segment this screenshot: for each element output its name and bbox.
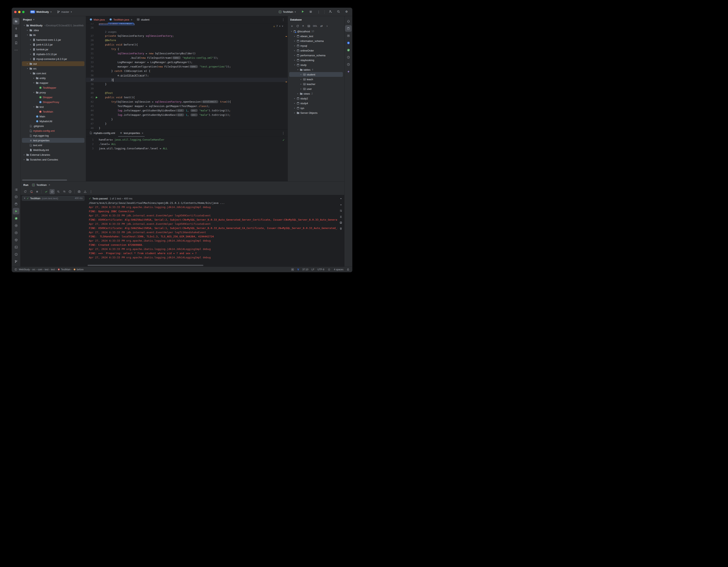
tree-item-mapper[interactable]: ▾mapper xyxy=(22,80,84,85)
chevron-right-icon[interactable]: ▸ xyxy=(293,102,296,104)
tree-item-testmapper[interactable]: ITestMapper xyxy=(22,85,84,90)
chevron-right-icon[interactable]: ▸ xyxy=(29,58,32,60)
code-line-47[interactable]: 47 } xyxy=(86,122,288,126)
chevron-right-icon[interactable]: ▸ xyxy=(293,40,296,42)
editor-tab-testmain-java[interactable]: CTestMain.java× xyxy=(107,16,135,23)
run-button[interactable] xyxy=(300,9,306,15)
tree-item-mysql-connector-j-8-2-0-jar[interactable]: ▸mysql-connector-j-8.2.0.jar xyxy=(22,56,84,61)
code-line-40[interactable]: 40 @Test xyxy=(86,91,288,95)
chevron-right-icon[interactable]: ▸ xyxy=(293,49,296,51)
chevron-down-icon[interactable]: ▾ xyxy=(32,82,35,84)
clear-all-button[interactable] xyxy=(338,226,343,231)
branch-widget[interactable]: master ▼ xyxy=(55,10,74,14)
tree-item-study2[interactable]: ▸study2 xyxy=(289,96,343,101)
chevron-right-icon[interactable]: ▸ xyxy=(300,88,303,90)
run-config-widget[interactable]: TestMain ▼ xyxy=(277,10,298,14)
chevron-right-icon[interactable]: ▸ xyxy=(29,48,32,50)
code-line-41[interactable]: 41 public void test(){ xyxy=(86,95,288,100)
chevron-down-icon[interactable]: ▾ xyxy=(26,67,29,69)
code-line-33[interactable]: 33 LogManager manager = LogManager.getLo… xyxy=(86,60,288,64)
soft-wrap-button[interactable] xyxy=(338,208,343,213)
tree-item-mysql[interactable]: ▸mysql xyxy=(289,43,343,48)
tree-item-entity[interactable]: ▸entity xyxy=(22,76,84,80)
run-tool-button[interactable] xyxy=(13,208,19,214)
tree-item-external-libraries[interactable]: ▸External Libraries xyxy=(22,152,84,157)
editor-tab-main-java[interactable]: CMain.java xyxy=(87,16,107,23)
tree-item-proxy[interactable]: ▾proxy xyxy=(22,90,84,95)
coverage-tool-button[interactable] xyxy=(13,222,19,229)
chevron-down-icon[interactable]: ▾ xyxy=(29,72,32,74)
sort-by-duration-button[interactable] xyxy=(67,189,73,194)
code-line-28[interactable]: 28 @Before xyxy=(86,38,288,43)
chevron-down-icon[interactable]: ▾ xyxy=(26,34,29,36)
notifications-button[interactable] xyxy=(345,18,352,25)
breadcrumb-item-before[interactable]: mbefore xyxy=(73,268,84,271)
more-actions-button[interactable]: ⋮ xyxy=(316,9,322,15)
next-warning-icon[interactable]: ∨ xyxy=(282,25,283,27)
tree-item-information-schema[interactable]: ▸information_schema xyxy=(289,39,343,43)
code-inlay-line[interactable]: 2 usages xyxy=(86,30,288,34)
file-encoding[interactable]: UTF-8 xyxy=(318,268,324,271)
notifications-icon[interactable] xyxy=(328,268,330,271)
more-tool-windows-button[interactable]: ⋯ xyxy=(13,47,19,53)
tree-item-gitignore[interactable]: .gitignore xyxy=(22,124,84,128)
code-editor[interactable]: 25public class TestMain {26 2 usages27 p… xyxy=(86,23,288,129)
run-tool-label[interactable]: Run xyxy=(23,183,28,186)
expand-all-button[interactable] xyxy=(55,189,61,194)
tree-item-mybatisutil[interactable]: CMybatisUtil xyxy=(22,119,84,124)
version-control-tool-button[interactable] xyxy=(13,258,19,265)
import-test-results-button[interactable] xyxy=(82,189,88,194)
inspections-widget[interactable]: ⚠ 7 ∧ ∨ xyxy=(273,25,283,28)
editor-tab-options-icon[interactable]: ⋮ xyxy=(280,18,286,22)
rerun-failed-tests-button[interactable] xyxy=(29,189,34,194)
breadcrumb-item-test[interactable]: test xyxy=(45,268,48,271)
line-separator[interactable]: LF xyxy=(312,268,314,271)
ai-actions-button[interactable] xyxy=(345,68,352,75)
tree-item-hamcrest-core-1-1-jar[interactable]: ▸hamcrest-core-1.1.jar xyxy=(22,37,84,42)
tree-item-user[interactable]: ▸user xyxy=(289,86,343,91)
code-line-39[interactable]: 39 xyxy=(86,86,288,91)
collapse-all-button[interactable] xyxy=(61,189,67,194)
ai-assistant-button[interactable] xyxy=(345,40,352,46)
chevron-right-icon[interactable]: ▸ xyxy=(293,35,296,37)
code-line-27[interactable]: 27 private SqlSessionFactory sqlSessionF… xyxy=(86,34,288,38)
tree-item-sys[interactable]: ▸sys xyxy=(289,106,343,110)
tree-item-mybatis-config-xml[interactable]: </>mybatis-config.xml xyxy=(22,128,84,133)
code-line-2[interactable]: 2.level= ALL xyxy=(86,142,288,146)
bottom-editor-tab-mybatis-config-xml[interactable]: </>mybatis-config.xml xyxy=(87,129,117,137)
tree-item-teacher[interactable]: ▸teacher xyxy=(289,82,343,86)
code-line-30[interactable]: 30 try { xyxy=(86,47,288,51)
prev-warning-icon[interactable]: ∧ xyxy=(279,25,281,27)
code-line-46[interactable]: 46 } xyxy=(86,117,288,122)
breadcrumb-item-test[interactable]: test xyxy=(51,268,55,271)
tree-item-test-properties[interactable]: ⚙test.properties xyxy=(22,138,84,143)
caret-position[interactable]: 37:10 xyxy=(302,268,308,271)
tree-item-study4[interactable]: ▸study4 xyxy=(289,101,343,106)
chevron-right-icon[interactable]: ▸ xyxy=(26,29,29,31)
show-ignored-button[interactable] xyxy=(49,189,55,194)
tree-item-views[interactable]: ▸views2 xyxy=(289,91,343,96)
disconnect-button[interactable]: × xyxy=(301,23,306,29)
close-tab-icon[interactable]: × xyxy=(48,183,50,186)
tree-item-src[interactable]: ▾src xyxy=(22,66,84,71)
chevron-right-icon[interactable]: ▸ xyxy=(296,93,299,95)
plugin-status-icon[interactable] xyxy=(291,268,294,271)
tree-item-junit-4-13-2-jar[interactable]: ▸junit-4.13.2.jar xyxy=(22,42,84,47)
compare-button[interactable]: ⇄ xyxy=(319,23,324,29)
profiler-tool-button[interactable] xyxy=(345,54,352,60)
chevron-down-icon[interactable]: ▾ xyxy=(32,106,35,108)
tree-item-testmain[interactable]: CTestMain xyxy=(22,109,84,114)
indent-style[interactable]: 4 spaces xyxy=(334,268,343,271)
ddl-mapping-button[interactable]: DDL xyxy=(312,23,319,29)
tree-item-com-test[interactable]: ▾com.test xyxy=(22,71,84,76)
tree-item-lib[interactable]: ▾lib xyxy=(22,33,84,37)
editor-tab-student[interactable]: student xyxy=(135,16,152,23)
screenshot-button[interactable] xyxy=(76,189,82,194)
tree-item-mylogger-log[interactable]: myLogger.log xyxy=(22,133,84,138)
code-line-3[interactable]: 3java.util.logging.ConsoleHandler.level … xyxy=(86,146,288,151)
chevron-right-icon[interactable]: ▸ xyxy=(293,54,296,56)
scroll-down-button[interactable] xyxy=(338,202,343,207)
tree-item-onlineorder[interactable]: ▸onlineOrder xyxy=(289,48,343,53)
tree-item-ebean-test[interactable]: ▸ebean_test xyxy=(289,34,343,39)
search-everywhere-button[interactable] xyxy=(335,9,341,15)
